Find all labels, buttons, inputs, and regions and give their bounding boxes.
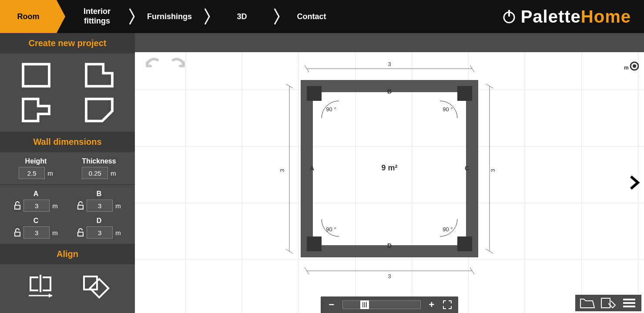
svg-rect-5 bbox=[15, 232, 20, 236]
height-field: Height m bbox=[19, 157, 53, 179]
nav-step-interior-fittings[interactable]: Interior fittings bbox=[69, 0, 125, 33]
unlock-icon[interactable] bbox=[14, 201, 21, 210]
dim-bottom-label: 3 bbox=[388, 273, 391, 280]
area-label: 9 m² bbox=[381, 163, 397, 172]
unit-label: m bbox=[47, 170, 53, 177]
shape-square[interactable] bbox=[21, 62, 51, 88]
corner[interactable] bbox=[457, 86, 472, 101]
dim-top-label: 3 bbox=[388, 61, 391, 67]
align-heading: Align bbox=[0, 244, 135, 264]
wall-c-field: C m bbox=[14, 217, 58, 239]
wall-b-field: B m bbox=[77, 190, 121, 212]
svg-rect-10 bbox=[90, 279, 108, 297]
svg-rect-26 bbox=[601, 298, 610, 308]
sidebar: Create new project Wall dimension bbox=[0, 33, 135, 313]
dim-left-label: 3 bbox=[279, 169, 285, 172]
svg-point-13 bbox=[633, 64, 636, 68]
logo-part1: Palette bbox=[521, 7, 581, 26]
unit-label: m bbox=[115, 229, 121, 236]
rotate-button[interactable] bbox=[80, 273, 110, 299]
template-button[interactable] bbox=[600, 296, 616, 310]
redo-button[interactable] bbox=[170, 56, 187, 73]
angle-label: 90 ° bbox=[326, 226, 336, 233]
thickness-input[interactable] bbox=[82, 167, 108, 179]
nav-label: 3D bbox=[237, 12, 247, 21]
zoom-slider[interactable] bbox=[342, 300, 421, 309]
zoom-in-button[interactable]: + bbox=[427, 299, 436, 310]
zoom-bar: − + bbox=[321, 296, 458, 313]
room-plan: 3 3 3 3 bbox=[276, 56, 503, 283]
logo-part2: Home bbox=[581, 7, 631, 26]
bottom-right-tools bbox=[575, 295, 641, 311]
menu-button[interactable] bbox=[621, 296, 637, 310]
angle-label: 90 ° bbox=[443, 226, 453, 233]
zoom-out-button[interactable]: − bbox=[327, 299, 336, 310]
wall-dimensions-panel: Height m Thickness m A bbox=[0, 152, 135, 244]
zoom-handle[interactable] bbox=[360, 300, 369, 309]
height-label: Height bbox=[25, 157, 47, 165]
wall-dimensions-heading: Wall dimensions bbox=[0, 132, 135, 152]
svg-rect-4 bbox=[78, 205, 83, 209]
corner[interactable] bbox=[307, 86, 322, 101]
chevron-right-icon bbox=[201, 8, 214, 25]
mirror-horizontal-button[interactable] bbox=[25, 273, 56, 299]
body-area: Create new project Wall dimension bbox=[0, 33, 644, 313]
undo-redo-group bbox=[144, 56, 187, 73]
unlock-icon[interactable] bbox=[77, 228, 84, 237]
wall-a-input[interactable] bbox=[23, 200, 50, 212]
angle-label: 90 ° bbox=[326, 106, 336, 113]
undo-button[interactable] bbox=[144, 56, 161, 73]
unit-label: m bbox=[52, 229, 58, 236]
wall-b-input[interactable] bbox=[87, 200, 113, 212]
units-toggle[interactable]: m bbox=[623, 60, 639, 72]
next-arrow[interactable] bbox=[628, 174, 641, 191]
wall-d-field: D m bbox=[77, 217, 121, 239]
wall-label-c: C bbox=[465, 165, 469, 172]
thickness-label: Thickness bbox=[82, 157, 116, 165]
svg-rect-6 bbox=[78, 232, 83, 236]
wall-label-a: A bbox=[310, 165, 314, 172]
nav-label: Furnishings bbox=[147, 12, 192, 21]
wall-c-input[interactable] bbox=[23, 226, 50, 239]
unit-label: m bbox=[52, 202, 58, 210]
fullscreen-button[interactable] bbox=[443, 300, 452, 310]
nav-step-furnishings[interactable]: Furnishings bbox=[138, 0, 201, 33]
corner[interactable] bbox=[457, 236, 472, 251]
svg-text:m: m bbox=[624, 65, 629, 71]
svg-rect-1 bbox=[508, 10, 510, 17]
height-input[interactable] bbox=[19, 167, 45, 179]
nav-label: Room bbox=[17, 12, 40, 21]
nav-label: fittings bbox=[84, 17, 111, 26]
unlock-icon[interactable] bbox=[77, 201, 84, 210]
unit-label: m bbox=[111, 170, 116, 177]
top-navbar: Room Interior fittings Furnishings 3D Co… bbox=[0, 0, 644, 33]
wall-label-b: B bbox=[387, 88, 392, 95]
create-project-heading: Create new project bbox=[0, 33, 135, 53]
shape-cut-corner[interactable] bbox=[84, 97, 114, 123]
logo: PaletteHome bbox=[502, 7, 644, 27]
wall-d-label: D bbox=[97, 217, 102, 225]
svg-rect-3 bbox=[15, 205, 20, 209]
nav-step-contact[interactable]: Contact bbox=[283, 0, 340, 33]
unlock-icon[interactable] bbox=[14, 228, 21, 237]
corner[interactable] bbox=[307, 236, 322, 251]
canvas[interactable]: m 3 3 bbox=[135, 33, 644, 313]
angle-label: 90 ° bbox=[443, 106, 453, 113]
open-folder-button[interactable] bbox=[580, 296, 595, 310]
power-icon bbox=[502, 9, 517, 24]
wall-label-d: D bbox=[387, 242, 392, 249]
svg-rect-2 bbox=[23, 64, 49, 87]
chevron-right-icon bbox=[125, 8, 138, 25]
shape-picker bbox=[0, 53, 135, 132]
shape-t[interactable] bbox=[21, 97, 51, 123]
dim-right-label: 3 bbox=[490, 169, 496, 172]
wall-a-field: A m bbox=[14, 190, 58, 212]
wall-c-label: C bbox=[34, 217, 39, 225]
nav-label: Contact bbox=[297, 12, 326, 21]
wall-b-label: B bbox=[97, 190, 102, 198]
wall-d-input[interactable] bbox=[87, 226, 113, 239]
nav-step-room[interactable]: Room bbox=[0, 0, 57, 33]
nav-step-3d[interactable]: 3D bbox=[214, 0, 270, 33]
align-panel bbox=[0, 264, 135, 312]
shape-l-top-right-notch[interactable] bbox=[84, 62, 114, 88]
